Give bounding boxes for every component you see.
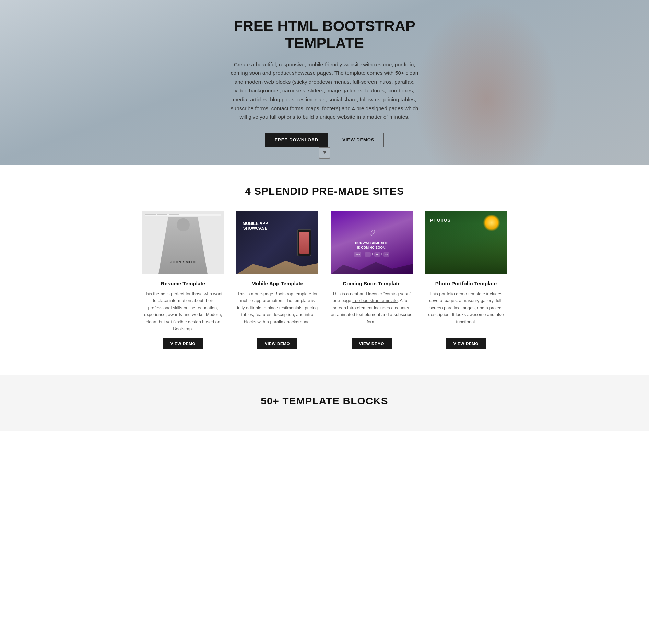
portfolio-view-demo-button[interactable]: VIEW DEMO [446, 338, 486, 349]
resume-card-title: Resume Template [161, 280, 205, 286]
coming-card-desc: This is a neat and laconic "coming soon"… [331, 290, 413, 333]
plant-shapes [425, 223, 507, 274]
thumb-mobile-wrap: MOBILE APPSHOWCASE [236, 211, 318, 274]
person-name: JOHN SMITH [170, 260, 196, 264]
hero-content: FREE HTML BOOTSTRAP TEMPLATE Create a be… [228, 18, 421, 147]
cards-grid: JOHN SMITH Resume Template This theme is… [136, 211, 513, 357]
blocks-title: 50+ TEMPLATE BLOCKS [7, 395, 642, 407]
person-head [177, 218, 190, 231]
counter-days: 318 [354, 252, 361, 257]
coming-thumbnail: ♡ OUR AWESOME SITEIS COMING SOON! 318 : … [331, 211, 413, 274]
nav-item [157, 214, 167, 215]
premade-title: 4 SPLENDID PRE-MADE SITES [7, 185, 642, 197]
counter-hours: 10 [365, 252, 371, 257]
portfolio-card-desc: This portfolio demo template includes se… [425, 290, 507, 333]
portfolio-thumbnail: PHOTOS [425, 211, 507, 274]
counter-row: 318 : 10 : 18 : 57 [354, 252, 389, 257]
resume-view-demo-button[interactable]: VIEW DEMO [163, 338, 203, 349]
coming-mountain-bg [331, 261, 413, 274]
thumb-coming-wrap: ♡ OUR AWESOME SITEIS COMING SOON! 318 : … [331, 211, 413, 274]
download-button[interactable]: FREE DOWNLOAD [265, 133, 328, 147]
free-template-link[interactable]: free bootstrap template [352, 298, 398, 303]
mobile-view-demo-button[interactable]: VIEW DEMO [257, 338, 297, 349]
counter-min: 18 [374, 252, 380, 257]
card-resume: JOHN SMITH Resume Template This theme is… [136, 211, 230, 357]
hero-title: FREE HTML BOOTSTRAP TEMPLATE [228, 18, 421, 51]
demos-button[interactable]: VIEW DEMOS [333, 133, 384, 147]
phone-shape [297, 229, 311, 256]
nav-item [145, 214, 156, 215]
counter-sep: : [363, 252, 363, 257]
hero-section: FREE HTML BOOTSTRAP TEMPLATE Create a be… [0, 0, 649, 165]
card-coming-soon: ♡ OUR AWESOME SITEIS COMING SOON! 318 : … [324, 211, 419, 357]
portfolio-card-title: Photo Portfolio Template [435, 280, 497, 286]
premade-section: 4 SPLENDID PRE-MADE SITES JOHN SMITH Res… [0, 165, 649, 375]
counter-sec: 57 [384, 252, 389, 257]
hero-buttons: FREE DOWNLOAD VIEW DEMOS [228, 133, 421, 147]
mobile-card-desc: This is a one-page Bootstrap template fo… [236, 290, 318, 333]
hero-description: Create a beautiful, responsive, mobile-f… [228, 60, 421, 122]
thumb-resume: JOHN SMITH [142, 211, 224, 274]
resume-nav-bar [145, 214, 221, 216]
blocks-section: 50+ TEMPLATE BLOCKS [0, 375, 649, 431]
resume-card-desc: This theme is perfect for those who want… [142, 290, 224, 333]
photos-text: PHOTOS [430, 218, 451, 223]
card-mobile: MOBILE APPSHOWCASE Mobile App Template T… [230, 211, 324, 357]
coming-card-title: Coming Soon Template [343, 280, 400, 286]
phone-screen [299, 232, 309, 254]
mobile-card-title: Mobile App Template [251, 280, 303, 286]
scroll-down-button[interactable] [319, 147, 330, 159]
coming-view-demo-button[interactable]: VIEW DEMO [352, 338, 392, 349]
mobile-showcase-text: MOBILE APPSHOWCASE [243, 221, 268, 231]
mobile-thumbnail: MOBILE APPSHOWCASE [236, 211, 318, 274]
card-portfolio: PHOTOS Photo Portfolio Template This por… [419, 211, 513, 357]
coming-text: OUR AWESOME SITEIS COMING SOON! [355, 241, 389, 250]
counter-sep2: : [372, 252, 373, 257]
resume-thumbnail: JOHN SMITH [142, 211, 224, 274]
thumb-portfolio-wrap: PHOTOS [425, 211, 507, 274]
nav-item [169, 214, 179, 215]
heart-icon: ♡ [368, 228, 376, 238]
counter-sep3: : [381, 252, 382, 257]
